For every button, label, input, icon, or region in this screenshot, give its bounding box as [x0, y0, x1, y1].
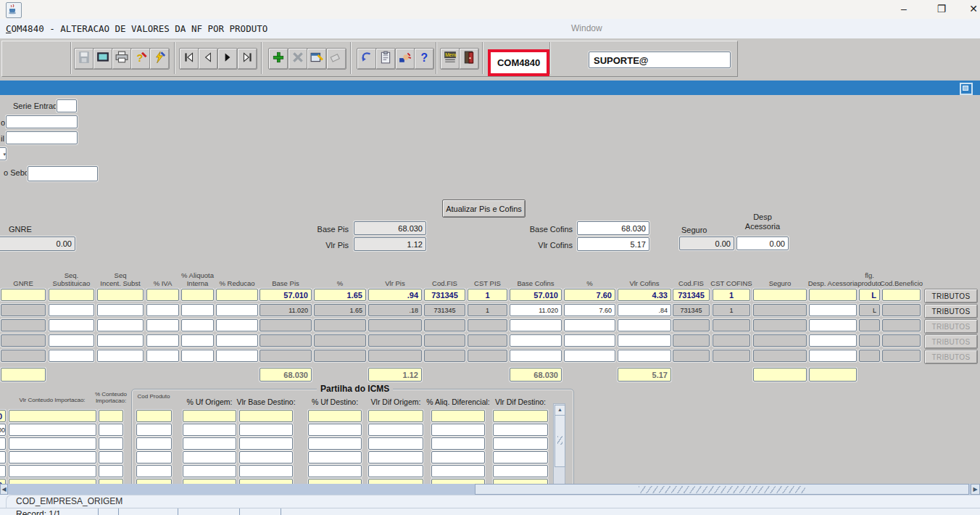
- grid-cell[interactable]: [49, 304, 94, 316]
- grid-cell[interactable]: 57.010: [510, 289, 562, 301]
- vlr-conteudo-field[interactable]: [9, 465, 96, 477]
- pct-conteudo-field[interactable]: [99, 479, 123, 484]
- vlr-conteudo-field[interactable]: [9, 479, 96, 484]
- pct-conteudo-field[interactable]: [99, 451, 123, 464]
- clipboard-button[interactable]: [375, 48, 396, 70]
- restore-window-icon[interactable]: [960, 83, 973, 95]
- last-record-button[interactable]: [237, 48, 257, 70]
- grid-cell[interactable]: [49, 334, 94, 347]
- pct-conteudo-field[interactable]: [99, 437, 123, 450]
- grid-cell[interactable]: 731345: [424, 289, 465, 301]
- serie-entrada-field[interactable]: [57, 99, 77, 112]
- grid-cell[interactable]: 7.60: [564, 304, 615, 316]
- grid-cell[interactable]: 1.65: [314, 289, 366, 301]
- scroll-up-icon[interactable]: ▲: [555, 405, 565, 416]
- grid-cell[interactable]: [49, 350, 94, 362]
- grid-cell[interactable]: [673, 319, 710, 331]
- grid-cell[interactable]: 1: [713, 289, 750, 301]
- grid-cell[interactable]: [809, 350, 857, 362]
- grid-cell[interactable]: [146, 289, 179, 301]
- grid-cell[interactable]: [49, 319, 94, 331]
- grid-cell[interactable]: [216, 319, 258, 331]
- grid-cell[interactable]: [181, 289, 214, 301]
- menu-button[interactable]: Menu: [440, 48, 460, 70]
- minimize-button[interactable]: –: [893, 0, 915, 18]
- grid-cell[interactable]: [809, 289, 857, 301]
- grid-cell[interactable]: 731345: [673, 289, 710, 301]
- execute-query-button[interactable]: [149, 48, 170, 70]
- atualizar-pis-cofins-button[interactable]: Atualizar Pis e Cofins: [442, 199, 526, 218]
- desp-acessoria-field[interactable]: 0.00: [736, 236, 789, 250]
- next-record-button[interactable]: [217, 48, 238, 70]
- field-row2[interactable]: [6, 115, 78, 128]
- grid-cell[interactable]: 7.60: [564, 289, 615, 301]
- grid-cell[interactable]: [146, 304, 179, 316]
- grid-cell[interactable]: [424, 334, 465, 347]
- grid-cell[interactable]: 1: [468, 304, 507, 316]
- grid-cell[interactable]: [809, 319, 857, 331]
- grid-cell[interactable]: [216, 304, 258, 316]
- grid-cell[interactable]: [424, 350, 465, 362]
- delete-record-button[interactable]: [288, 48, 308, 70]
- grid-cell[interactable]: [216, 334, 258, 347]
- grid-cell[interactable]: [49, 289, 94, 301]
- grid-cell[interactable]: [510, 334, 562, 347]
- tributos-button[interactable]: TRIBUTOS: [924, 289, 978, 303]
- vlr-conteudo-field[interactable]: [9, 410, 96, 422]
- grid-cell[interactable]: [753, 304, 807, 316]
- base-pis-field[interactable]: 68.030: [354, 221, 426, 235]
- previous-record-button[interactable]: [198, 48, 218, 70]
- grid-cell[interactable]: [97, 289, 144, 301]
- grid-cell[interactable]: [314, 319, 366, 331]
- tributos-button[interactable]: TRIBUTOS: [924, 350, 978, 364]
- horizontal-scrollbar[interactable]: ◀ ▶: [0, 484, 980, 495]
- grid-cell[interactable]: [259, 319, 312, 331]
- print-preview-button[interactable]: [93, 48, 113, 70]
- close-button[interactable]: ✕: [963, 0, 980, 18]
- edit-lov-button[interactable]: [307, 48, 327, 70]
- grid-cell[interactable]: .18: [368, 304, 422, 316]
- grid-cell[interactable]: [753, 350, 807, 362]
- undo-button[interactable]: [357, 48, 377, 70]
- grid-cell[interactable]: [97, 304, 144, 316]
- grid-cell[interactable]: [97, 319, 144, 331]
- scroll-left-icon[interactable]: ◀: [0, 484, 8, 495]
- vlr-conteudo-field[interactable]: [9, 424, 96, 436]
- grid-cell[interactable]: 11.020: [510, 304, 562, 316]
- grid-cell[interactable]: [146, 350, 179, 362]
- grid-cell[interactable]: [1, 319, 46, 331]
- seguro-field[interactable]: 0.00: [679, 236, 734, 250]
- grid-cell[interactable]: [97, 334, 144, 347]
- grid-cell[interactable]: [368, 334, 422, 347]
- field-row3[interactable]: [6, 131, 78, 144]
- tributos-button[interactable]: TRIBUTOS: [924, 334, 978, 349]
- grid-cell[interactable]: L: [859, 289, 880, 301]
- maximize-button[interactable]: ❐: [931, 0, 952, 18]
- menu-form-title[interactable]: COM4840 - ALTERACAO DE VALORES DA NF POR…: [6, 19, 267, 38]
- menu-item-window[interactable]: Window: [571, 19, 602, 38]
- user-input[interactable]: SUPORTE@: [589, 52, 731, 68]
- grid-cell[interactable]: .94: [368, 289, 422, 301]
- edge-cut-field[interactable]: 00: [0, 424, 6, 436]
- grid-cell[interactable]: 57.010: [259, 289, 312, 301]
- grid-cell[interactable]: [618, 350, 671, 362]
- exit-button[interactable]: [459, 48, 479, 70]
- grid-cell[interactable]: [259, 350, 312, 362]
- grid-cell[interactable]: [713, 334, 750, 347]
- partilha-scrollbar[interactable]: ▲ ▼: [553, 403, 565, 484]
- grid-cell[interactable]: [713, 350, 750, 362]
- hscrollbar-thumb[interactable]: [475, 484, 969, 495]
- pct-conteudo-field[interactable]: [99, 465, 123, 477]
- grid-cell[interactable]: [181, 304, 214, 316]
- grid-cell[interactable]: [753, 289, 807, 301]
- commit-button[interactable]: [395, 48, 415, 70]
- save-button[interactable]: [74, 48, 94, 70]
- grid-cell[interactable]: [314, 334, 366, 347]
- grid-cell[interactable]: [510, 350, 562, 362]
- grid-cell[interactable]: [673, 350, 710, 362]
- grid-cell[interactable]: [368, 350, 422, 362]
- grid-cell[interactable]: [618, 319, 671, 331]
- grid-cell[interactable]: [468, 319, 507, 331]
- grid-cell[interactable]: [564, 319, 615, 331]
- grid-cell[interactable]: [882, 334, 921, 347]
